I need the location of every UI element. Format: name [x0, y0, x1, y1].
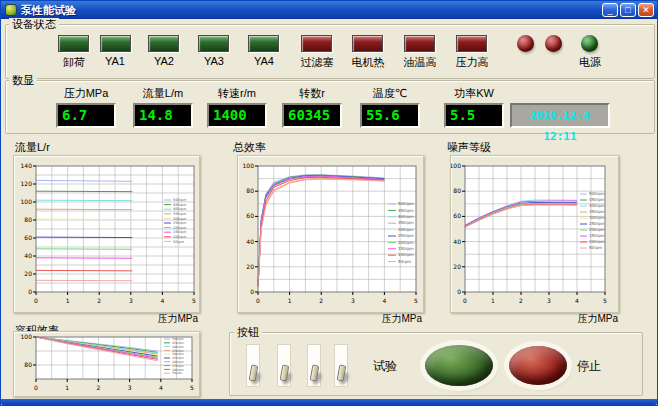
display-pressure-value: 6.7 — [56, 103, 116, 128]
display-speed-value: 1400 — [207, 103, 267, 128]
status-led-ya2 — [148, 35, 179, 52]
svg-text:450rpm: 450rpm — [398, 208, 414, 213]
display-label-revs: 转数r — [280, 86, 344, 101]
svg-text:2: 2 — [97, 297, 101, 304]
svg-text:100: 100 — [21, 198, 33, 205]
svg-text:450rpm: 450rpm — [589, 197, 605, 202]
svg-text:450rpm: 450rpm — [173, 203, 187, 207]
chart-flow-title: 流量L/r — [15, 140, 50, 155]
svg-text:0: 0 — [250, 288, 254, 295]
maximize-button[interactable]: □ — [620, 3, 636, 17]
svg-text:0: 0 — [463, 297, 467, 304]
svg-text:80: 80 — [453, 187, 461, 194]
chart-noise-title: 噪声等级 — [447, 140, 491, 155]
display-temp-value: 55.6 — [360, 103, 420, 128]
svg-text:100rpm: 100rpm — [589, 239, 605, 244]
svg-text:5: 5 — [190, 384, 194, 391]
svg-text:350rpm: 350rpm — [589, 209, 605, 214]
svg-text:100: 100 — [451, 162, 461, 169]
svg-text:140: 140 — [21, 162, 33, 169]
svg-text:3: 3 — [128, 384, 132, 391]
svg-text:5: 5 — [603, 297, 607, 304]
digital-display-group-label: 数显 — [9, 74, 37, 86]
svg-text:0: 0 — [34, 384, 38, 391]
svg-text:300rpm: 300rpm — [589, 215, 605, 220]
chart-total-eff-title: 总效率 — [233, 140, 266, 155]
status-led-filter — [301, 35, 332, 52]
svg-text:50rpm: 50rpm — [173, 240, 185, 244]
display-label-speed: 转速r/m — [205, 86, 269, 101]
svg-text:1: 1 — [65, 384, 69, 391]
svg-text:150rpm: 150rpm — [173, 230, 187, 234]
display-label-pressure: 压力MPa — [54, 86, 118, 101]
status-led-motor-hot — [352, 35, 383, 52]
toggle-switch-1[interactable] — [246, 344, 260, 387]
display-label-power: 功率KW — [442, 86, 506, 101]
status-led-pressure-high — [456, 35, 487, 52]
toggle-switch-4[interactable] — [334, 344, 348, 387]
status-label: YA3 — [191, 55, 237, 67]
svg-text:4: 4 — [382, 297, 386, 304]
display-revs-value: 60345 — [282, 103, 342, 128]
svg-text:80: 80 — [246, 187, 254, 194]
svg-text:2: 2 — [319, 297, 323, 304]
status-label: YA2 — [141, 55, 187, 67]
app-icon — [5, 4, 17, 16]
svg-text:150rpm: 150rpm — [589, 233, 605, 238]
status-label: 电机热 — [345, 55, 391, 70]
stop-button[interactable] — [509, 346, 567, 385]
svg-text:100rpm: 100rpm — [173, 235, 187, 239]
svg-text:3: 3 — [351, 297, 355, 304]
toggle-switch-3[interactable] — [307, 344, 321, 387]
svg-text:120: 120 — [21, 180, 33, 187]
toggle-switch-2[interactable] — [277, 344, 291, 387]
svg-text:500rpm: 500rpm — [589, 191, 605, 196]
svg-text:2: 2 — [96, 384, 100, 391]
svg-text:3: 3 — [547, 297, 551, 304]
svg-text:0: 0 — [34, 297, 38, 304]
svg-text:60: 60 — [24, 234, 32, 241]
status-led-ya3 — [198, 35, 229, 52]
minimize-button[interactable]: _ — [602, 3, 618, 17]
svg-text:300rpm: 300rpm — [173, 217, 187, 221]
chart-total-eff-plot: 012345020406080100500rpm450rpm400rpm350r… — [238, 156, 423, 312]
svg-text:4: 4 — [160, 297, 164, 304]
svg-text:20: 20 — [453, 263, 461, 270]
chart-noise-panel: 012345020406080100500rpm450rpm400rpm350r… — [450, 155, 619, 313]
chart-total-eff-panel: 012345020406080100500rpm450rpm400rpm350r… — [237, 155, 424, 313]
window-title: 泵性能试验 — [21, 3, 76, 18]
svg-text:400rpm: 400rpm — [173, 207, 187, 211]
svg-text:250rpm: 250rpm — [589, 221, 605, 226]
chart-noise-plot: 012345020406080100500rpm450rpm400rpm350r… — [451, 156, 618, 312]
chart-total-eff-xlabel: 压力MPa — [362, 312, 422, 326]
status-led-unload — [58, 35, 89, 52]
svg-text:4: 4 — [575, 297, 579, 304]
svg-text:50rpm: 50rpm — [398, 259, 411, 264]
power-led-label: 电源 — [567, 55, 613, 70]
svg-text:80: 80 — [24, 361, 32, 368]
svg-text:200rpm: 200rpm — [173, 226, 187, 230]
status-label: YA1 — [92, 55, 138, 67]
test-button[interactable] — [425, 345, 493, 386]
svg-text:250rpm: 250rpm — [173, 221, 187, 225]
status-led-oil-temp — [404, 35, 435, 52]
svg-text:5: 5 — [192, 297, 196, 304]
stop-button-label: 停止 — [577, 358, 601, 375]
buttons-group-label: 按钮 — [234, 326, 262, 338]
svg-text:100: 100 — [21, 333, 33, 340]
status-led-ya4 — [248, 35, 279, 52]
svg-text:40: 40 — [453, 238, 461, 245]
window-bottom-border — [1, 399, 657, 405]
svg-text:50rpm: 50rpm — [589, 245, 602, 250]
device-status-group-label: 设备状态 — [9, 18, 59, 30]
svg-text:0: 0 — [28, 288, 32, 295]
svg-text:20: 20 — [24, 270, 32, 277]
power-led — [581, 35, 598, 52]
svg-text:5: 5 — [414, 297, 418, 304]
chart-flow-xlabel: 压力MPa — [138, 312, 198, 326]
display-label-flow: 流量L/m — [131, 86, 195, 101]
titlebar[interactable]: 泵性能试验 _ □ ✕ — [1, 1, 657, 19]
close-button[interactable]: ✕ — [638, 3, 654, 17]
svg-text:250rpm: 250rpm — [398, 233, 414, 238]
status-led-ya1 — [100, 35, 131, 52]
